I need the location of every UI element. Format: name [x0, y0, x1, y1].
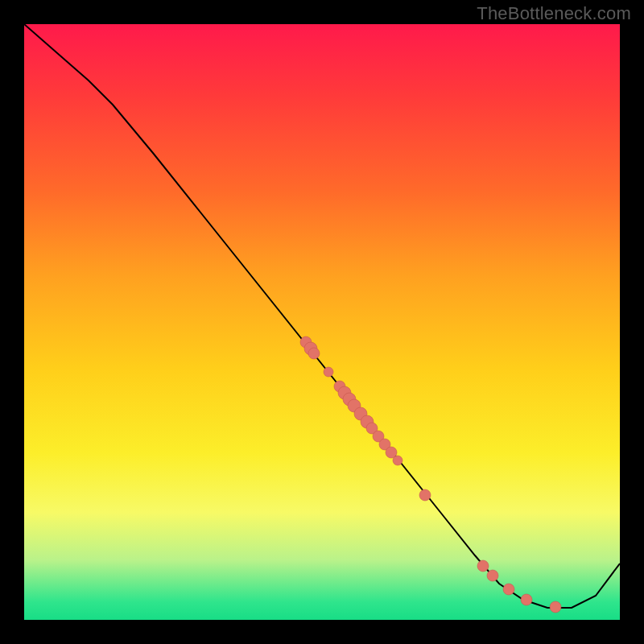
data-dot	[503, 584, 514, 595]
data-dot	[393, 456, 402, 465]
data-dot	[487, 570, 498, 581]
data-dot	[324, 367, 333, 377]
data-dot	[308, 348, 320, 359]
data-dots	[300, 336, 561, 613]
chart-container: TheBottleneck.com	[0, 0, 644, 644]
data-dot	[550, 601, 561, 613]
curve-svg	[24, 24, 620, 620]
bottleneck-curve	[24, 24, 620, 608]
data-dot	[477, 560, 489, 572]
data-dot	[419, 489, 431, 501]
plot-area	[24, 24, 620, 620]
watermark-text: TheBottleneck.com	[477, 3, 631, 24]
data-dot	[521, 594, 532, 605]
